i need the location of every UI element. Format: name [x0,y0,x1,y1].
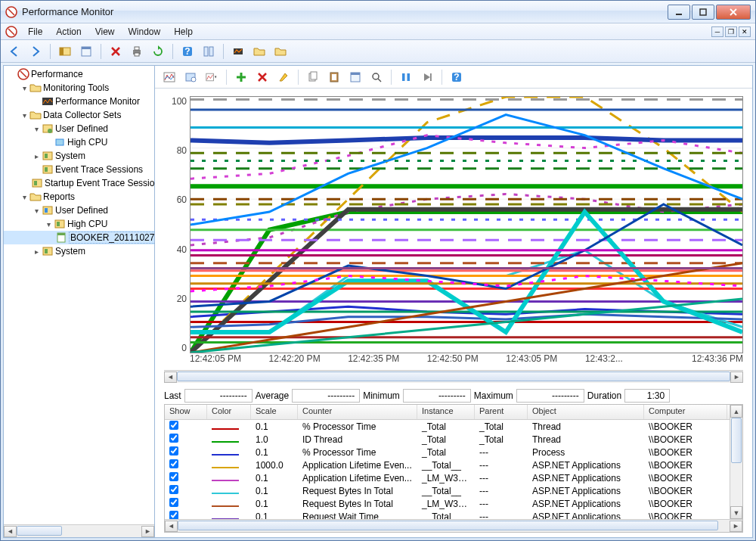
table-row[interactable]: 1000.0Application Lifetime Even...__Tota… [165,459,730,471]
show-checkbox[interactable] [169,421,178,430]
chart-horizontal-scrollbar[interactable]: ◄ ► [164,370,743,383]
table-row[interactable]: 0.1Application Lifetime Even..._LM_W3SV.… [165,471,730,484]
grid-column-header[interactable]: Object [528,405,644,419]
tree-item[interactable]: ▾User Defined [4,204,154,217]
minimize-button[interactable] [668,5,690,20]
delete-button[interactable] [107,42,125,61]
tree-item[interactable]: ▸System [4,149,154,163]
scroll-down-arrow-icon[interactable]: ▼ [730,506,742,519]
view-log-data-button[interactable] [181,68,200,86]
tree-twisty-icon[interactable]: ▾ [31,125,42,133]
copy-button[interactable] [303,68,323,86]
export-list-button[interactable] [200,42,218,61]
show-checkbox[interactable] [169,498,178,507]
freeze-display-button[interactable] [396,68,416,86]
scroll-right-arrow-icon[interactable]: ► [730,372,743,383]
grid-column-header[interactable]: Parent [475,405,528,419]
menu-help[interactable]: Help [168,25,199,39]
grid-vertical-scrollbar[interactable]: ▲ ▼ [730,405,742,519]
tree-item[interactable]: ▾User Defined [4,122,154,135]
view-current-activity-button[interactable] [160,68,179,86]
table-row[interactable]: 0.1Request Bytes In Total_LM_W3SV...---A… [165,497,730,510]
tree-item[interactable]: Startup Event Trace Sessions [4,176,154,190]
menu-action[interactable]: Action [50,25,87,39]
tree-item[interactable]: High CPU [4,135,154,149]
table-row[interactable]: 1.0ID Thread_Total_TotalThread\\BOOKER [165,433,730,446]
chart-help-button[interactable]: ? [447,68,466,86]
tree-item[interactable]: ▾Monitoring Tools [4,81,154,95]
table-row[interactable]: 0.1% Processor Time_Total---Process\\BOO… [165,446,730,459]
tree-twisty-icon[interactable]: ▸ [31,247,42,256]
forward-button[interactable] [26,42,45,61]
tree-twisty-icon[interactable]: ▾ [19,84,29,92]
update-data-button[interactable] [417,68,437,86]
show-checkbox[interactable] [169,472,178,481]
show-checkbox[interactable] [169,459,178,468]
tree-item[interactable]: ▾High CPU [4,217,154,231]
tree-view[interactable]: Performance▾Monitoring ToolsPerformance … [4,66,154,524]
back-button[interactable] [5,42,23,61]
tree-horizontal-scrollbar[interactable]: ◄ ► [4,524,154,537]
tree-item[interactable]: Event Trace Sessions [4,163,154,176]
mdi-close-button[interactable]: ✕ [739,26,751,37]
title-bar[interactable]: Performance Monitor [1,1,755,23]
tree-twisty-icon[interactable]: ▾ [31,207,42,215]
tree-item[interactable]: Performance [4,67,154,81]
grid-column-header[interactable]: Instance [417,405,475,419]
show-checkbox[interactable] [169,446,178,455]
open-folder-button[interactable] [250,42,268,61]
close-button[interactable] [716,5,751,20]
tree-item-label: High CPU [67,137,107,148]
tree-item[interactable]: ▸System [4,244,154,258]
table-row[interactable]: 0.1Request Bytes In Total__Total__---ASP… [165,484,730,497]
table-row[interactable]: 0.1% Processor Time_Total_TotalThread\\B… [165,420,730,433]
zoom-button[interactable] [367,68,386,86]
highlight-counter-button[interactable] [274,68,293,86]
grid-column-header[interactable]: Computer [644,405,727,419]
grid-column-header[interactable]: Counter [298,405,417,419]
scroll-right-arrow-icon[interactable]: ► [730,521,742,532]
mdi-minimize-button[interactable]: ─ [711,26,723,37]
show-checkbox[interactable] [169,511,178,519]
tree-twisty-icon[interactable]: ▾ [43,220,54,229]
chart-plot-area[interactable] [190,96,743,353]
show-hide-tree-button[interactable] [56,42,74,61]
menu-view[interactable]: View [89,25,121,39]
grid-column-header[interactable]: Scale [251,405,298,419]
grid-column-header[interactable]: Show [165,405,207,419]
view-log-button[interactable] [229,42,247,61]
grid-rows[interactable]: 0.1% Processor Time_Total_TotalThread\\B… [165,420,730,519]
help-button[interactable]: ? [178,42,197,61]
scroll-up-arrow-icon[interactable]: ▲ [730,405,742,418]
grid-header[interactable]: ShowColorScaleCounterInstanceParentObjec… [165,405,730,420]
properties-button[interactable] [77,42,95,61]
delete-counter-button[interactable] [253,68,272,86]
menu-window[interactable]: Window [122,25,167,39]
tree-twisty-icon[interactable]: ▾ [19,111,29,120]
maximize-button[interactable] [692,5,714,20]
mdi-restore-button[interactable]: ❐ [725,26,737,37]
tree-item[interactable]: BOOKER_20111027-000001 [4,231,154,244]
tree-twisty-icon[interactable]: ▾ [19,193,29,201]
tree-item[interactable]: ▾Data Collector Sets [4,108,154,122]
scroll-left-arrow-icon[interactable]: ◄ [165,521,178,532]
tree-twisty-icon[interactable]: ▸ [31,152,42,160]
tree-item[interactable]: ▾Reports [4,190,154,204]
scroll-right-arrow-icon[interactable]: ► [141,526,154,537]
change-graph-type-button[interactable] [202,68,222,86]
tree-item[interactable]: Performance Monitor [4,95,154,108]
grid-column-header[interactable]: Color [207,405,251,419]
table-row[interactable]: 0.1Request Wait Time__Total__---ASP.NET … [165,510,730,519]
show-checkbox[interactable] [169,485,178,494]
scroll-left-arrow-icon[interactable]: ◄ [4,526,17,537]
scroll-left-arrow-icon[interactable]: ◄ [164,372,177,383]
print-button[interactable] [128,42,146,61]
refresh-button[interactable] [149,42,167,61]
grid-horizontal-scrollbar[interactable]: ◄ ► [165,519,742,532]
add-counter-button[interactable] [231,68,251,86]
new-folder-button[interactable] [271,42,290,61]
paste-button[interactable] [324,68,344,86]
menu-file[interactable]: File [22,25,48,39]
properties-chart-button[interactable] [345,68,365,86]
show-checkbox[interactable] [169,434,178,443]
